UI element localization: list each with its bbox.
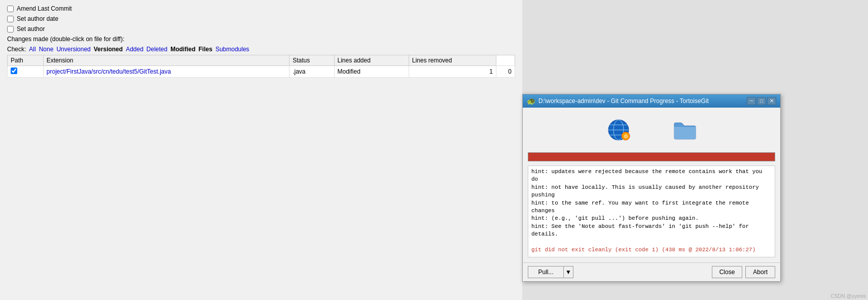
col-extension: Extension <box>43 55 289 66</box>
row-extension: .java <box>290 66 334 78</box>
author-label: Set author <box>17 25 45 32</box>
commit-panel: Amend Last Commit Set author date Set au… <box>0 0 522 300</box>
filter-none[interactable]: None <box>39 46 54 53</box>
author-date-row: Set author date <box>7 15 515 22</box>
git-dialog: 🐢 D:\workspace-admin\dev - Git Command P… <box>522 94 781 282</box>
changes-label: Changes made (double-click on file for d… <box>7 36 515 43</box>
output-error-line: git did not exit cleanly (exit code 1) (… <box>531 246 772 254</box>
output-line-4: hint: See the 'Note about fast-forwards'… <box>531 223 772 239</box>
dialog-titlebar: 🐢 D:\workspace-admin\dev - Git Command P… <box>523 94 780 108</box>
amend-row: Amend Last Commit <box>7 5 515 12</box>
check-label: Check: <box>7 46 26 53</box>
filter-all[interactable]: All <box>29 46 35 53</box>
col-lines-added: Lines added <box>334 55 409 66</box>
row-status: Modified <box>334 66 409 78</box>
author-checkbox[interactable] <box>7 26 14 32</box>
output-line-2: hint: to the same ref. You may want to f… <box>531 199 772 215</box>
close-button[interactable]: Close <box>712 266 743 278</box>
filter-versioned[interactable]: Versioned <box>94 46 123 53</box>
filter-deleted[interactable]: Deleted <box>147 46 167 53</box>
svg-text:⚙: ⚙ <box>624 134 628 139</box>
author-row: Set author <box>7 25 515 32</box>
maximize-button[interactable]: □ <box>757 97 766 105</box>
row-lines-removed: 0 <box>496 66 515 78</box>
pull-dropdown-button[interactable]: ▼ <box>563 266 573 278</box>
col-status: Status <box>290 55 334 66</box>
footer-left: Pull... ▼ <box>528 266 573 278</box>
author-date-checkbox[interactable] <box>7 16 14 22</box>
row-check[interactable] <box>8 66 44 78</box>
progress-bar-container <box>528 152 775 161</box>
close-window-button[interactable]: ✕ <box>767 97 776 105</box>
output-wrapper: hint: updates were rejected because the … <box>528 165 775 257</box>
icons-row: ⚙ <box>528 113 775 148</box>
pull-button[interactable]: Pull... <box>528 266 563 278</box>
dropdown-arrow-icon: ▼ <box>565 269 571 276</box>
progress-bar-fill <box>528 153 775 161</box>
dialog-title: D:\workspace-admin\dev - Git Command Pro… <box>538 97 709 105</box>
minimize-button[interactable]: ─ <box>747 97 756 105</box>
watermark: CSDN @yyenis <box>830 293 866 299</box>
table-row[interactable]: project/FirstJava/src/cn/tedu/test5/GitT… <box>8 66 515 78</box>
filter-bar: Check: All None Unversioned Versioned Ad… <box>7 46 515 53</box>
tortoisegit-icon: 🐢 <box>527 97 535 105</box>
amend-checkbox[interactable] <box>7 6 14 12</box>
dialog-footer: Pull... ▼ Close Abort <box>523 262 780 281</box>
folder-icon <box>673 120 697 142</box>
row-lines-added: 1 <box>409 66 496 78</box>
globe-icon: ⚙ <box>606 117 633 145</box>
filter-unversioned[interactable]: Unversioned <box>56 46 90 53</box>
col-path: Path <box>8 55 44 66</box>
amend-label: Amend Last Commit <box>17 5 72 12</box>
file-table: Path Extension Status Lines added Lines … <box>7 55 515 78</box>
dialog-body: ⚙ hint: updates were rejected because th… <box>523 108 780 262</box>
col-lines-removed: Lines removed <box>409 55 496 66</box>
title-text: 🐢 D:\workspace-admin\dev - Git Command P… <box>527 97 709 105</box>
abort-button[interactable]: Abort <box>745 266 775 278</box>
output-line-3: hint: (e.g., 'git pull ...') before push… <box>531 215 772 222</box>
filter-submodules[interactable]: Submodules <box>215 46 249 53</box>
table-header-row: Path Extension Status Lines added Lines … <box>8 55 515 66</box>
output-line-0: hint: updates were rejected because the … <box>531 168 772 184</box>
row-path[interactable]: project/FirstJava/src/cn/tedu/test5/GitT… <box>43 66 289 78</box>
filter-modified[interactable]: Modified <box>170 46 195 53</box>
output-area[interactable]: hint: updates were rejected because the … <box>528 165 775 257</box>
filter-files[interactable]: Files <box>199 46 212 53</box>
file-checkbox[interactable] <box>11 68 17 74</box>
filter-added[interactable]: Added <box>126 46 143 53</box>
output-line-1: hint: not have locally. This is usually … <box>531 184 772 199</box>
author-date-label: Set author date <box>17 15 58 22</box>
window-controls: ─ □ ✕ <box>747 97 776 105</box>
